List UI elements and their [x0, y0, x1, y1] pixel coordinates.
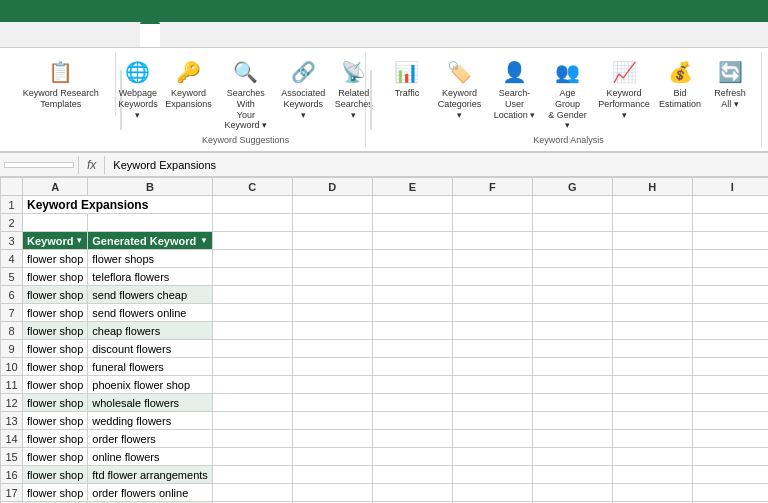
empty-cell[interactable] [612, 412, 692, 430]
cell-a[interactable]: flower shop [23, 286, 88, 304]
empty-cell[interactable] [692, 286, 768, 304]
col-h-header[interactable]: H [612, 178, 692, 196]
cell-b[interactable] [88, 214, 213, 232]
empty-cell[interactable] [212, 214, 292, 232]
traffic-btn[interactable]: 📊 Traffic [384, 54, 430, 101]
cell-b[interactable]: teleflora flowers [88, 268, 213, 286]
webpage-keywords-btn[interactable]: 🌐 WebpageKeywords ▾ [115, 54, 162, 122]
cell-b[interactable]: discount flowers [88, 340, 213, 358]
cell-b[interactable]: send flowers online [88, 304, 213, 322]
empty-cell[interactable] [532, 466, 612, 484]
cell-a[interactable]: Keyword Expansions [23, 196, 213, 214]
cell-a[interactable] [23, 214, 88, 232]
cell-b[interactable]: phoenix flower shop [88, 376, 213, 394]
empty-cell[interactable] [692, 430, 768, 448]
col-e-header[interactable]: E [372, 178, 452, 196]
empty-cell[interactable] [212, 412, 292, 430]
empty-cell[interactable] [292, 196, 372, 214]
cell-a[interactable]: flower shop [23, 250, 88, 268]
cell-b[interactable]: Generated Keyword▼ [88, 232, 213, 250]
empty-cell[interactable] [692, 322, 768, 340]
file-tab[interactable] [8, 8, 28, 14]
empty-cell[interactable] [372, 340, 452, 358]
empty-cell[interactable] [452, 430, 532, 448]
col-f-header[interactable]: F [452, 178, 532, 196]
empty-cell[interactable] [612, 196, 692, 214]
empty-cell[interactable] [372, 304, 452, 322]
col-c-header[interactable]: C [212, 178, 292, 196]
cell-a[interactable]: flower shop [23, 394, 88, 412]
empty-cell[interactable] [692, 358, 768, 376]
empty-cell[interactable] [612, 430, 692, 448]
empty-cell[interactable] [692, 484, 768, 502]
tab-home[interactable] [0, 22, 20, 47]
empty-cell[interactable] [692, 448, 768, 466]
empty-cell[interactable] [212, 196, 292, 214]
empty-cell[interactable] [532, 286, 612, 304]
cell-b[interactable]: flower shops [88, 250, 213, 268]
col-d-header[interactable]: D [292, 178, 372, 196]
empty-cell[interactable] [452, 376, 532, 394]
empty-cell[interactable] [212, 286, 292, 304]
keyword-categories-btn[interactable]: 🏷️ KeywordCategories ▾ [434, 54, 485, 122]
empty-cell[interactable] [532, 322, 612, 340]
empty-cell[interactable] [292, 412, 372, 430]
empty-cell[interactable] [292, 214, 372, 232]
empty-cell[interactable] [452, 286, 532, 304]
empty-cell[interactable] [292, 304, 372, 322]
empty-cell[interactable] [612, 304, 692, 322]
empty-cell[interactable] [292, 376, 372, 394]
cell-b[interactable]: order flowers [88, 430, 213, 448]
empty-cell[interactable] [612, 232, 692, 250]
keyword-expansions-btn[interactable]: 🔑 KeywordExpansions [165, 54, 211, 112]
empty-cell[interactable] [612, 214, 692, 232]
cell-b[interactable]: online flowers [88, 448, 213, 466]
tab-page-layout[interactable] [40, 22, 60, 47]
tab-insert[interactable] [20, 22, 40, 47]
empty-cell[interactable] [532, 358, 612, 376]
cell-b[interactable]: ftd flower arrangements [88, 466, 213, 484]
col-i-header[interactable]: I [692, 178, 768, 196]
empty-cell[interactable] [692, 268, 768, 286]
empty-cell[interactable] [372, 358, 452, 376]
empty-cell[interactable] [292, 358, 372, 376]
empty-cell[interactable] [692, 196, 768, 214]
empty-cell[interactable] [372, 412, 452, 430]
empty-cell[interactable] [532, 430, 612, 448]
tab-data[interactable] [80, 22, 100, 47]
cell-a[interactable]: flower shop [23, 430, 88, 448]
empty-cell[interactable] [452, 304, 532, 322]
empty-cell[interactable] [692, 214, 768, 232]
empty-cell[interactable] [452, 412, 532, 430]
empty-cell[interactable] [372, 322, 452, 340]
tab-bing-ads[interactable] [140, 22, 160, 47]
empty-cell[interactable] [372, 268, 452, 286]
col-g-header[interactable]: G [532, 178, 612, 196]
empty-cell[interactable] [692, 394, 768, 412]
empty-cell[interactable] [372, 448, 452, 466]
empty-cell[interactable] [532, 448, 612, 466]
empty-cell[interactable] [692, 340, 768, 358]
empty-cell[interactable] [292, 394, 372, 412]
cell-a[interactable]: flower shop [23, 304, 88, 322]
search-user-location-btn[interactable]: 👤 Search-UserLocation ▾ [489, 54, 540, 122]
empty-cell[interactable] [372, 286, 452, 304]
empty-cell[interactable] [452, 232, 532, 250]
cell-b[interactable]: cheap flowers [88, 322, 213, 340]
empty-cell[interactable] [452, 466, 532, 484]
empty-cell[interactable] [452, 394, 532, 412]
empty-cell[interactable] [452, 250, 532, 268]
empty-cell[interactable] [612, 268, 692, 286]
empty-cell[interactable] [612, 286, 692, 304]
keyword-performance-btn[interactable]: 📈 KeywordPerformance ▾ [595, 54, 653, 122]
keyword-research-templates-btn[interactable]: 📋 Keyword Research Templates [14, 54, 107, 112]
empty-cell[interactable] [212, 250, 292, 268]
empty-cell[interactable] [532, 268, 612, 286]
empty-cell[interactable] [212, 448, 292, 466]
empty-cell[interactable] [372, 214, 452, 232]
empty-cell[interactable] [212, 430, 292, 448]
empty-cell[interactable] [452, 268, 532, 286]
empty-cell[interactable] [292, 466, 372, 484]
empty-cell[interactable] [452, 484, 532, 502]
cell-b[interactable]: send flowers cheap [88, 286, 213, 304]
